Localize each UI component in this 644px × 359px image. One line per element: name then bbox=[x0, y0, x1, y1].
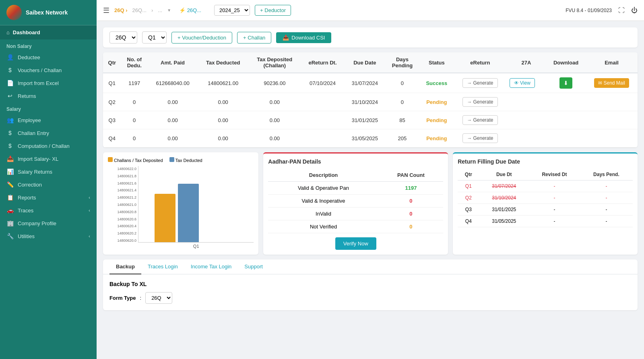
cell-ereturn[interactable]: → Generate bbox=[454, 129, 506, 147]
cell-ereturn[interactable]: → Generate bbox=[454, 111, 506, 129]
aadhar-table: Description PAN Count Valid & Operative … bbox=[268, 169, 443, 233]
form-type-row: Form Type : 26Q bbox=[109, 292, 631, 304]
salary-returns-icon: 📊 bbox=[6, 168, 14, 175]
generate-button[interactable]: → Generate bbox=[462, 133, 497, 143]
quarters-table: Qtr No. ofDedu. Amt. Paid Tax Deducted T… bbox=[103, 52, 638, 147]
sidebar-item-label: Computation / Challan bbox=[18, 143, 70, 149]
cell-tax-deducted: 0.00 bbox=[198, 93, 248, 111]
generate-button[interactable]: → Generate bbox=[462, 97, 497, 107]
sidebar-item-label: Reports bbox=[18, 195, 36, 201]
chart-bar-group-q1 bbox=[155, 184, 199, 242]
cell-tax-deducted: 14800621.00 bbox=[198, 73, 248, 93]
bar-tax-q1 bbox=[178, 184, 199, 242]
sidebar-item-import-excel[interactable]: 📄 Import from Excel bbox=[0, 77, 97, 89]
sidebar-item-label: Company Profile bbox=[18, 220, 56, 226]
sidebar-item-correction[interactable]: ✏️ Correction bbox=[0, 178, 97, 191]
dropdown-icon[interactable]: ▼ bbox=[167, 8, 171, 12]
cell-download bbox=[546, 129, 586, 147]
form-type-selector[interactable]: 26Q bbox=[109, 31, 137, 44]
sidebar-item-dashboard[interactable]: ⌂ Dashboard bbox=[0, 25, 97, 39]
col-due-dt: Due Dt bbox=[479, 169, 529, 181]
breadcrumb-sub: 26Q... bbox=[132, 7, 147, 13]
challan-button[interactable]: + Challan bbox=[237, 32, 271, 44]
return-revised-dt: - bbox=[529, 192, 580, 204]
col-tax-deposited: Tax Deposited(Challan) bbox=[248, 52, 301, 73]
return-qtr: Q1 bbox=[458, 181, 479, 192]
list-item: Q231/10/2024-- bbox=[458, 192, 633, 204]
table-row: Q400.000.000.0031/05/2025205Pending→ Gen… bbox=[103, 129, 638, 147]
sidebar-item-computation-challan[interactable]: $ Computation / Challan bbox=[0, 139, 97, 152]
voucher-deduction-button[interactable]: + Voucher/Deduction bbox=[171, 32, 232, 44]
fullscreen-icon[interactable]: ⛶ bbox=[618, 7, 625, 14]
col-days-pend: Days Pend. bbox=[580, 169, 633, 181]
aadhar-description: Valid & Inoperative bbox=[268, 195, 378, 208]
sidebar-item-utilities[interactable]: 🔧 Utilities ‹ bbox=[0, 230, 97, 243]
sidebar-item-label: Challan Entry bbox=[18, 130, 49, 136]
table-row: Q200.000.000.0031/10/20240Pending→ Gener… bbox=[103, 93, 638, 111]
chart-legend: Challans / Tax Deposited Tax Deducted bbox=[108, 157, 254, 163]
aadhar-description: InValid bbox=[268, 208, 378, 220]
tab-traces-login[interactable]: Traces Login bbox=[141, 259, 184, 274]
chevron-right-icon: ‹ bbox=[89, 208, 90, 213]
table-row: Q11197612668040.0014800621.0090236.0007/… bbox=[103, 73, 638, 93]
sidebar-item-label: Deductee bbox=[18, 54, 40, 60]
quarters-table-container: Qtr No. ofDedu. Amt. Paid Tax Deducted T… bbox=[103, 52, 638, 147]
cell-download bbox=[546, 93, 586, 111]
cell-27a bbox=[506, 129, 546, 147]
sidebar-item-deductee[interactable]: 👤 Deductee bbox=[0, 51, 97, 64]
return-filling-panel: Return Filling Due Date Qtr Due Dt Revis… bbox=[453, 152, 638, 255]
tab-support[interactable]: Support bbox=[238, 259, 269, 274]
cell-ereturn[interactable]: → Generate bbox=[454, 73, 506, 93]
return-revised-dt: - bbox=[529, 216, 580, 227]
year-selector[interactable]: 2024_25 bbox=[214, 5, 250, 16]
sidebar-item-traces[interactable]: 🚗 Traces ‹ bbox=[0, 204, 97, 217]
verify-now-button[interactable]: Verify Now bbox=[335, 237, 376, 250]
sidebar-item-label: Import Salary- XL bbox=[18, 156, 58, 162]
return-days-pend: - bbox=[580, 181, 633, 192]
download-button[interactable]: ⬇ bbox=[559, 77, 572, 89]
sidebar-item-reports[interactable]: 📋 Reports ‹ bbox=[0, 191, 97, 204]
cell-status: Pending bbox=[419, 129, 454, 147]
cell-qtr: Q2 bbox=[103, 93, 121, 111]
return-days-pend: - bbox=[580, 192, 633, 204]
tab-backup[interactable]: Backup bbox=[109, 259, 141, 274]
return-due-dt: 31/01/2025 bbox=[479, 204, 529, 216]
return-revised-dt: - bbox=[529, 204, 580, 216]
send-mail-button[interactable]: ✉ Send Mail bbox=[594, 78, 629, 88]
quarter-selector[interactable]: Q1 bbox=[142, 31, 167, 44]
cell-amt-paid: 612668040.00 bbox=[148, 73, 198, 93]
generate-button[interactable]: → Generate bbox=[462, 115, 497, 125]
utilities-icon: 🔧 bbox=[6, 233, 14, 239]
sidebar-item-vouchers-challan[interactable]: $ Vouchers / Challan bbox=[0, 64, 97, 77]
tab-income-tax-login[interactable]: Income Tax Login bbox=[184, 259, 238, 274]
company-icon: 🏢 bbox=[6, 220, 14, 226]
person-icon: 👤 bbox=[6, 54, 14, 60]
view-button[interactable]: 👁 View bbox=[510, 78, 535, 88]
import-icon: 📥 bbox=[6, 156, 14, 162]
cell-qtr: Q1 bbox=[103, 73, 121, 93]
sidebar-item-salary-returns[interactable]: 📊 Salary Returns bbox=[0, 165, 97, 178]
sidebar-item-returns[interactable]: ↩ Returns bbox=[0, 89, 97, 102]
sidebar-item-employee[interactable]: 👥 Employee bbox=[0, 114, 97, 127]
deductor-button[interactable]: + Deductor bbox=[255, 5, 291, 16]
return-qtr: Q3 bbox=[458, 204, 479, 216]
sidebar-item-company-profile[interactable]: 🏢 Company Profile bbox=[0, 217, 97, 230]
list-item: InValid0 bbox=[268, 208, 443, 220]
cell-ereturn-dt: 07/10/2024 bbox=[301, 73, 345, 93]
panels-row: Challans / Tax Deposited Tax Deducted 14… bbox=[103, 152, 638, 255]
col-no-dedu: No. ofDedu. bbox=[121, 52, 148, 73]
download-csi-button[interactable]: 📥 Download CSI bbox=[276, 32, 331, 43]
menu-toggle-icon[interactable]: ☰ bbox=[103, 6, 109, 15]
sidebar-item-challan-entry[interactable]: $ Challan Entry bbox=[0, 127, 97, 139]
generate-button[interactable]: → Generate bbox=[462, 78, 497, 88]
sidebar-item-import-salary-xl[interactable]: 📥 Import Salary- XL bbox=[0, 152, 97, 165]
cell-ereturn[interactable]: → Generate bbox=[454, 93, 506, 111]
cell-due-date: 31/10/2024 bbox=[345, 93, 386, 111]
backup-form-type-selector[interactable]: 26Q bbox=[145, 292, 172, 304]
cell-no-dedu: 0 bbox=[121, 93, 148, 111]
aadhar-pan-title: Aadhar-PAN Details bbox=[268, 158, 443, 165]
return-due-dt: 31/05/2025 bbox=[479, 216, 529, 227]
download-csi-icon: 📥 bbox=[283, 35, 289, 41]
power-icon[interactable]: ⏻ bbox=[631, 7, 638, 14]
cell-email bbox=[586, 111, 638, 129]
